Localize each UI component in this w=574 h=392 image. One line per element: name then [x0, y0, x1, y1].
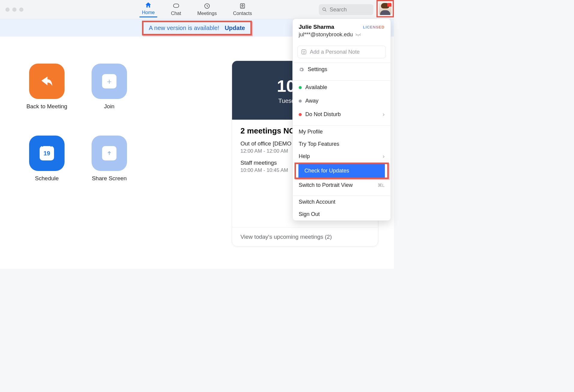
nav-chat-label: Chat — [171, 11, 181, 16]
dropdown-header: Julie Sharma LICENSED jul***@stonybrook.… — [293, 19, 391, 42]
menu-settings[interactable]: Settings — [293, 63, 391, 76]
menu-my-profile-label: My Profile — [299, 129, 323, 135]
personal-note-placeholder: Add a Personal Note — [310, 49, 360, 55]
eye-closed-icon[interactable] — [355, 33, 361, 37]
menu-help[interactable]: Help › — [293, 150, 391, 163]
search-input[interactable]: Search — [319, 4, 373, 15]
status-dnd-icon — [299, 113, 302, 116]
nav-meetings[interactable]: Meetings — [195, 2, 219, 17]
tile-back-label: Back to Meeting — [26, 103, 67, 110]
svg-rect-0 — [173, 4, 179, 7]
menu-sign-out[interactable]: Sign Out — [293, 208, 391, 220]
titlebar: Home Chat Meetings Contacts Search — [0, 0, 394, 19]
view-upcoming-link[interactable]: View today's upcoming meetings (2) — [232, 227, 378, 246]
maximize-window-icon[interactable] — [19, 7, 23, 12]
update-banner: A new version is available! Update — [142, 21, 252, 35]
menu-portrait-label: Switch to Portrait View — [299, 182, 353, 188]
svg-point-6 — [303, 51, 304, 52]
calendar-icon: 19 — [29, 136, 65, 171]
tile-schedule-label: Schedule — [35, 175, 59, 182]
svg-rect-5 — [302, 50, 306, 54]
status-away-label: Away — [305, 98, 319, 104]
status-available-icon — [299, 86, 302, 89]
portrait-shortcut: ⌘L — [378, 183, 385, 188]
check-updates-highlight: Check for Updates — [295, 163, 389, 179]
tile-schedule[interactable]: 19 Schedule — [16, 136, 78, 199]
avatar-highlight — [376, 0, 394, 17]
menu-help-label: Help — [299, 153, 310, 160]
update-button[interactable]: Update — [225, 25, 245, 31]
menu-portrait-view[interactable]: Switch to Portrait View ⌘L — [293, 179, 391, 191]
gear-icon — [299, 67, 304, 72]
status-available-label: Available — [305, 84, 327, 91]
status-away[interactable]: Away — [293, 94, 391, 108]
nav-meetings-label: Meetings — [197, 11, 217, 16]
chevron-right-icon: › — [383, 111, 385, 118]
svg-point-7 — [304, 51, 305, 52]
svg-point-4 — [323, 8, 325, 10]
menu-settings-label: Settings — [308, 66, 327, 73]
menu-check-updates[interactable]: Check for Updates — [298, 164, 385, 178]
menu-check-updates-label: Check for Updates — [304, 168, 349, 174]
tile-join-label: Join — [104, 103, 115, 110]
chevron-right-icon: › — [383, 153, 385, 160]
profile-email: jul***@stonybrook.edu — [299, 31, 353, 38]
plus-icon: ＋ — [92, 64, 127, 99]
tile-join[interactable]: ＋ Join — [78, 64, 140, 127]
contacts-icon — [239, 2, 246, 10]
menu-try-features-label: Try Top Features — [299, 141, 339, 147]
home-icon — [145, 1, 152, 9]
back-arrow-icon — [29, 64, 65, 99]
tile-back-to-meeting[interactable]: Back to Meeting — [16, 64, 78, 127]
window-controls[interactable] — [5, 7, 23, 12]
profile-avatar[interactable] — [379, 2, 391, 15]
nav-contacts-label: Contacts — [233, 11, 252, 16]
nav-chat[interactable]: Chat — [168, 2, 183, 17]
nav-home[interactable]: Home — [140, 1, 157, 17]
recording-icon — [387, 3, 391, 7]
menu-try-features[interactable]: Try Top Features — [293, 138, 391, 150]
menu-switch-account[interactable]: Switch Account — [293, 196, 391, 208]
minimize-window-icon[interactable] — [12, 7, 17, 12]
tile-share-screen[interactable]: Share Screen — [78, 136, 140, 199]
personal-note-input[interactable]: Add a Personal Note — [298, 46, 386, 58]
nav-home-label: Home — [142, 10, 155, 15]
search-icon — [322, 7, 327, 12]
close-window-icon[interactable] — [5, 7, 10, 12]
status-away-icon — [299, 100, 302, 103]
search-placeholder: Search — [330, 7, 347, 13]
top-nav: Home Chat Meetings Contacts — [140, 0, 255, 19]
status-dnd[interactable]: Do Not Disturb › — [293, 108, 391, 121]
profile-name: Julie Sharma — [299, 24, 334, 30]
smile-icon — [301, 49, 307, 55]
clock-icon — [204, 2, 211, 10]
menu-my-profile[interactable]: My Profile — [293, 126, 391, 138]
chat-icon — [172, 2, 180, 10]
calendar-day: 19 — [44, 150, 50, 157]
share-icon — [92, 136, 127, 171]
nav-contacts[interactable]: Contacts — [231, 2, 254, 17]
menu-sign-out-label: Sign Out — [299, 211, 320, 217]
license-badge: LICENSED — [363, 25, 385, 29]
tile-share-label: Share Screen — [92, 175, 127, 182]
update-message: A new version is available! — [149, 25, 219, 31]
menu-switch-account-label: Switch Account — [299, 199, 335, 205]
status-available[interactable]: Available — [293, 81, 391, 94]
status-dnd-label: Do Not Disturb — [305, 111, 341, 118]
profile-dropdown: Julie Sharma LICENSED jul***@stonybrook.… — [292, 19, 391, 221]
svg-point-3 — [242, 5, 243, 6]
